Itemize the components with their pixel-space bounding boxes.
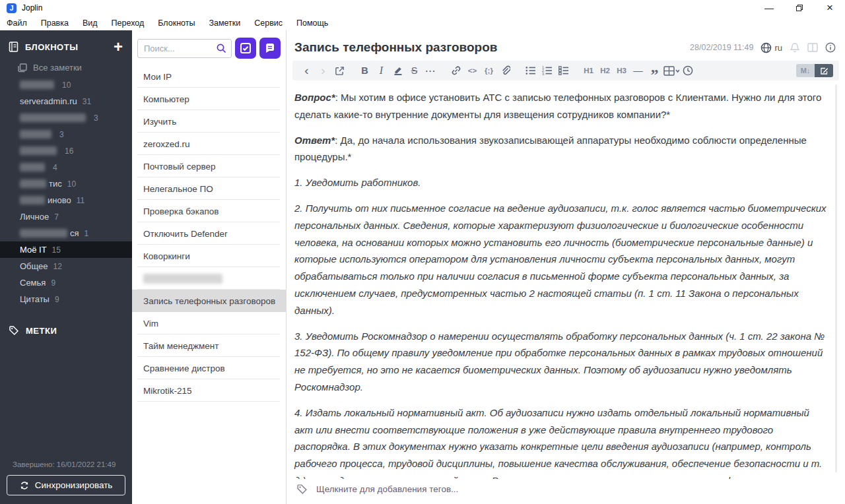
bullet-list-icon[interactable] <box>522 61 539 80</box>
note-list-item[interactable]: Компьютер <box>132 88 286 110</box>
strikethrough-icon[interactable]: S <box>406 61 422 80</box>
more-options-icon[interactable]: ··· <box>422 61 439 80</box>
numbered-list-icon[interactable]: 1.2.3. <box>539 61 555 80</box>
note-list-item[interactable]: Проверка бэкапов <box>132 200 286 222</box>
heading1-icon[interactable]: H1 <box>580 61 597 80</box>
new-note-button[interactable] <box>259 38 281 59</box>
note-list-item[interactable]: Мои IP <box>132 65 286 88</box>
note-list-item[interactable] <box>132 267 286 290</box>
paragraph-lead: Ответ* <box>294 135 335 146</box>
note-list-item[interactable]: Запись телефонных разговоров <box>132 290 286 312</box>
notebook-note-count: 31 <box>83 97 91 106</box>
menu-item-Заметки[interactable]: Заметки <box>209 18 240 28</box>
info-icon <box>825 42 836 53</box>
add-notebook-button[interactable]: + <box>114 41 123 53</box>
spellcheck-locale[interactable]: ru <box>760 42 782 53</box>
sidebar-notebook-item[interactable]: Семья9 <box>0 274 132 291</box>
menu-item-Вид[interactable]: Вид <box>83 18 98 28</box>
highlight-pen-icon[interactable] <box>389 61 406 80</box>
notebook-note-count: 12 <box>53 262 62 271</box>
sidebar-notebook-item[interactable]: иново11 <box>0 192 132 208</box>
notebook-label: serveradmin.ru <box>20 96 77 106</box>
redacted-text <box>20 130 51 139</box>
note-title-label: Нелегальное ПО <box>143 184 213 194</box>
note-properties-button[interactable] <box>825 42 836 53</box>
note-title-label: Мои IP <box>143 72 172 82</box>
hyperlink-icon[interactable] <box>448 61 464 80</box>
sidebar-notebook-item[interactable]: 3 <box>0 126 132 142</box>
scrollbar[interactable] <box>835 84 837 472</box>
note-title[interactable]: Запись телефонных разговоров <box>294 40 497 55</box>
tag-bar[interactable]: Щелкните для добавления тегов... <box>287 479 845 504</box>
sidebar-notebook-item[interactable]: Цитаты9 <box>0 291 132 307</box>
window-controls: — × <box>754 0 845 16</box>
back-icon[interactable]: ‹ <box>298 61 315 80</box>
menu-item-Блокноты[interactable]: Блокноты <box>158 18 195 28</box>
sidebar-notebook-item[interactable]: 4 <box>0 159 132 175</box>
sidebar-notebook-item[interactable]: 3 <box>0 110 132 126</box>
sidebar-notebook-item[interactable]: тис10 <box>0 175 132 192</box>
menu-item-Помощь[interactable]: Помощь <box>296 18 328 28</box>
forward-icon[interactable]: › <box>315 61 331 80</box>
sidebar-notebook-item[interactable]: serveradmin.ru31 <box>0 93 132 110</box>
window-title: Joplin <box>22 3 42 13</box>
note-list-item[interactable]: Vim <box>132 312 286 334</box>
notebooks-header: БЛОКНОТЫ + <box>0 30 132 59</box>
sync-status: Завершено: 16/01/2022 21:49 <box>7 460 125 475</box>
richtext-toggle-button[interactable] <box>815 64 833 77</box>
menu-item-Файл[interactable]: Файл <box>7 18 27 28</box>
minimize-button[interactable]: — <box>754 0 784 16</box>
sync-refresh-icon <box>20 481 29 490</box>
sidebar-notebook-item[interactable]: Моё IT15 <box>0 241 132 258</box>
table-icon[interactable] <box>663 61 679 80</box>
note-paragraph: 1. Уведомить работников. <box>294 174 827 191</box>
note-list-item[interactable]: Mikrotik-215 <box>132 379 286 402</box>
datetime-icon[interactable] <box>679 61 696 80</box>
new-todo-button[interactable] <box>235 38 256 59</box>
checkbox-list-icon[interactable] <box>555 61 572 80</box>
note-list-item[interactable]: Тайм менеджмент <box>132 334 286 357</box>
layout-toggle-button[interactable] <box>807 43 818 52</box>
sync-button[interactable]: Синхронизировать <box>7 475 125 495</box>
menu-item-Сервис[interactable]: Сервис <box>254 18 283 28</box>
note-body[interactable]: Вопрос*: Мы хотим в офисе установить АТС… <box>287 80 845 479</box>
note-list-item[interactable]: zeroxzed.ru <box>132 133 286 155</box>
note-list-item[interactable]: Коворкинги <box>132 245 286 267</box>
sidebar-notebook-item[interactable]: ся1 <box>0 225 132 241</box>
external-edit-icon[interactable] <box>331 61 348 80</box>
horizontal-rule-icon[interactable]: — <box>630 61 646 80</box>
split-columns-icon <box>807 43 818 52</box>
attach-file-icon[interactable] <box>497 61 514 80</box>
sidebar-item-all-notes[interactable]: Все заметки <box>0 59 132 77</box>
close-button[interactable]: × <box>815 0 845 16</box>
note-title-label: Mikrotik-215 <box>143 386 192 396</box>
editor-header: Запись телефонных разговоров 28/02/2019 … <box>287 30 845 61</box>
alarm-button[interactable] <box>790 42 800 53</box>
sidebar-notebook-item[interactable]: 10 <box>0 77 132 93</box>
note-list-item[interactable]: Нелегальное ПО <box>132 177 286 200</box>
note-list-item[interactable]: Почтовый сервер <box>132 155 286 177</box>
heading3-icon[interactable]: H3 <box>613 61 630 80</box>
markdown-toggle-button[interactable]: M↓ <box>796 64 815 77</box>
note-title-label: Сравнение дистров <box>143 363 225 373</box>
italic-icon[interactable]: I <box>373 61 389 80</box>
bold-icon[interactable]: B <box>356 61 373 80</box>
note-list-item[interactable]: Отключить Defender <box>132 222 286 245</box>
menu-item-Правка[interactable]: Правка <box>41 18 69 28</box>
sidebar-notebook-item[interactable]: Общее12 <box>0 258 132 274</box>
notebook-note-count: 15 <box>52 245 61 255</box>
restore-icon <box>795 4 803 12</box>
locale-label: ru <box>774 43 782 53</box>
restore-button[interactable] <box>784 0 815 16</box>
sidebar-notebook-item[interactable]: Личное7 <box>0 208 132 225</box>
menu-item-Переход[interactable]: Переход <box>112 18 145 28</box>
sidebar-notebook-item[interactable]: 16 <box>0 142 132 159</box>
note-list-item[interactable]: Сравнение дистров <box>132 357 286 379</box>
blockquote-icon[interactable]: ” <box>646 61 663 80</box>
inline-code-icon[interactable]: <> <box>464 61 481 80</box>
heading2-icon[interactable]: H2 <box>597 61 613 80</box>
add-tags-label: Щелкните для добавления тегов... <box>316 484 458 494</box>
note-list-item[interactable]: Изучить <box>132 110 286 133</box>
note-title-label: zeroxzed.ru <box>143 139 190 149</box>
code-block-icon[interactable]: {;} <box>481 61 497 80</box>
